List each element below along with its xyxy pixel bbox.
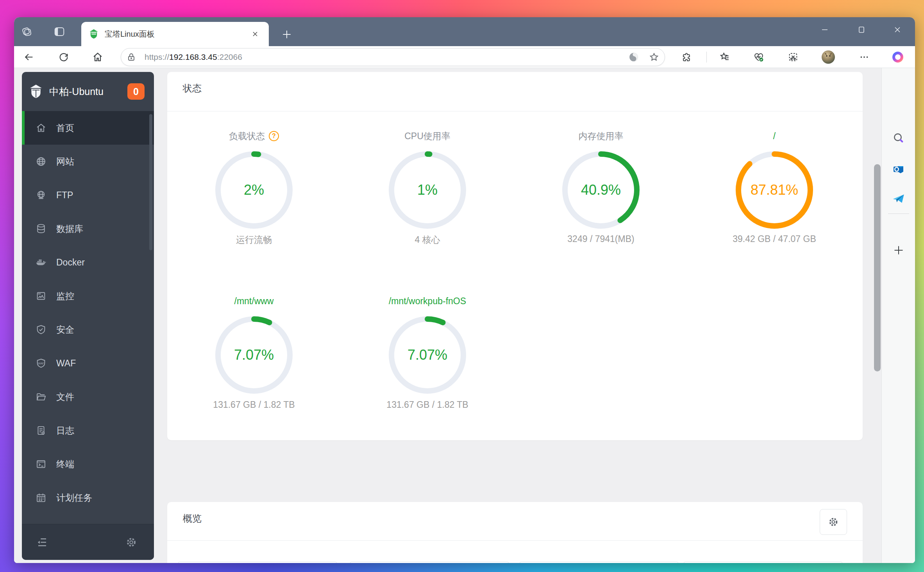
extensions-icon[interactable] xyxy=(678,48,695,66)
gauge-caption-disk-root: 39.42 GB / 47.07 GB xyxy=(716,234,833,244)
gauge-value-load: 2% xyxy=(213,149,295,231)
gauge-value-disk-mnt-www: 7.07% xyxy=(213,314,295,396)
sidebar-item-label: 日志 xyxy=(56,425,74,437)
favorites-bar-icon[interactable] xyxy=(716,48,733,66)
sidebar-item-files[interactable]: 文件 xyxy=(22,380,154,414)
address-bar[interactable]: https://192.168.3.45:22066 xyxy=(121,48,665,66)
sidebar-settings-gear-icon[interactable] xyxy=(123,534,140,551)
home-icon xyxy=(35,122,47,134)
help-icon[interactable]: ? xyxy=(269,131,279,141)
gauge-label-disk-mnt-workpub[interactable]: /mnt/workpub-fnOS xyxy=(369,294,486,308)
gauge-caption-memory: 3249 / 7941(MB) xyxy=(542,234,659,244)
sidebar-item-monitor[interactable]: 监控 xyxy=(22,279,154,313)
gauge-value-disk-root: 87.81% xyxy=(733,149,816,231)
sidebar-item-security[interactable]: 安全 xyxy=(22,313,154,346)
baota-menu: 首页 网站 FTP 数据库 Docker 监控 安全WAF WAF 文件 日志 xyxy=(22,111,154,515)
baota-sidebar: 中柏-Ubuntu 0 首页 网站 FTP 数据库 Docker 监控 安全WA… xyxy=(22,72,154,560)
edge-sidebar xyxy=(881,68,915,563)
sidebar-item-docker[interactable]: Docker xyxy=(22,246,154,279)
browser-tab[interactable]: 宝塔Linux面板 xyxy=(81,22,269,46)
gauge-ring-load: 2% xyxy=(213,149,295,231)
reload-icon[interactable] xyxy=(55,48,72,66)
new-tab-button[interactable] xyxy=(278,26,295,43)
tab-strip: 宝塔Linux面板 xyxy=(14,17,915,46)
log-doc-icon xyxy=(35,425,47,436)
edge-sidebar-divider xyxy=(888,213,909,214)
overview-box-sites[interactable]: 网站 - 全部 xyxy=(178,561,337,563)
sidebar-item-ftp[interactable]: FTP xyxy=(22,178,154,212)
gauge-value-cpu: 1% xyxy=(386,149,469,231)
add-sidebar-item-icon[interactable] xyxy=(889,241,908,260)
shield-check-icon xyxy=(35,324,47,335)
web-capture-icon[interactable] xyxy=(785,48,802,66)
gauge-caption-disk-mnt-workpub: 131.67 GB / 1.82 TB xyxy=(369,400,486,410)
status-card-title: 状态 xyxy=(183,82,202,95)
lock-icon[interactable] xyxy=(127,52,136,62)
sidebar-item-label: 网站 xyxy=(56,156,74,168)
ftp-globe-icon xyxy=(35,189,47,201)
gauge-value-memory: 40.9% xyxy=(559,149,642,231)
toolbar-divider xyxy=(706,52,707,63)
tab-close-icon[interactable] xyxy=(248,27,262,41)
page-scrollbar[interactable] xyxy=(874,164,881,371)
overview-settings-button[interactable] xyxy=(820,509,847,535)
maximize-button[interactable] xyxy=(849,20,874,39)
telegram-icon[interactable] xyxy=(889,189,908,208)
sidebar-item-label: 计划任务 xyxy=(56,492,92,504)
browser-essentials-icon[interactable] xyxy=(750,48,767,66)
sidebar-item-label: 终端 xyxy=(56,458,74,470)
overview-box-database[interactable]: 数据库 - 全部 xyxy=(520,561,678,563)
minimize-button[interactable] xyxy=(812,20,837,39)
sidebar-item-home[interactable]: 首页 xyxy=(22,111,154,145)
page-content: 中柏-Ubuntu 0 首页 网站 FTP 数据库 Docker 监控 安全WA… xyxy=(14,68,915,563)
gauge-label-memory: 内存使用率 xyxy=(542,129,659,143)
sidebar-item-label: 监控 xyxy=(56,290,74,302)
tab-favicon-baota-icon xyxy=(88,29,99,39)
tab-title: 宝塔Linux面板 xyxy=(105,29,248,39)
outlook-icon[interactable] xyxy=(889,160,908,179)
overview-box-ftp[interactable]: FTP xyxy=(350,561,509,563)
more-options-icon[interactable] xyxy=(856,48,873,66)
search-icon[interactable] xyxy=(889,129,908,147)
status-card: 状态 负载状态? 2% 运行流畅 CPU使用率 1% 4 核心 内存使用率 xyxy=(167,72,863,440)
terminal-icon xyxy=(35,458,47,470)
sidebar-item-waf[interactable]: WAF WAF xyxy=(22,346,154,380)
sidebar-item-label: 安全 xyxy=(56,324,74,336)
message-badge[interactable]: 0 xyxy=(127,83,145,100)
url-text: https://192.168.3.45:22066 xyxy=(145,52,629,62)
copilot-icon[interactable] xyxy=(889,48,906,66)
workspaces-icon[interactable] xyxy=(19,24,35,39)
sidebar-item-sites[interactable]: 网站 xyxy=(22,145,154,178)
sidebar-item-logs[interactable]: 日志 xyxy=(22,414,154,447)
sidebar-footer xyxy=(22,524,154,560)
folder-icon xyxy=(35,391,47,403)
sidebar-item-database[interactable]: 数据库 xyxy=(22,212,154,246)
home-icon[interactable] xyxy=(89,48,106,66)
gauge-caption-cpu: 4 核心 xyxy=(369,234,486,246)
sidebar-item-terminal[interactable]: 终端 xyxy=(22,447,154,481)
status-card-divider xyxy=(167,111,863,111)
sidebar-item-label: FTP xyxy=(56,190,73,201)
gauge-caption-disk-mnt-www: 131.67 GB / 1.82 TB xyxy=(195,400,313,410)
collapse-sidebar-icon[interactable] xyxy=(34,534,51,551)
back-icon[interactable] xyxy=(20,48,38,66)
sidebar-item-cron[interactable]: 计划任务 xyxy=(22,481,154,515)
sidebar-item-label: WAF xyxy=(56,358,76,369)
close-window-button[interactable] xyxy=(885,20,910,39)
gauge-ring-memory: 40.9% xyxy=(559,149,642,231)
vertical-tabs-icon[interactable] xyxy=(52,24,67,39)
calendar-icon xyxy=(35,492,47,504)
browser-window: 宝塔Linux面板 xyxy=(14,17,915,563)
sidebar-item-label: 数据库 xyxy=(56,223,83,235)
globe-icon xyxy=(35,156,47,167)
gauge-label-disk-mnt-www[interactable]: /mnt/www xyxy=(195,294,313,308)
edge-orb-icon[interactable] xyxy=(629,52,639,62)
gauge-label-disk-root[interactable]: / xyxy=(716,129,833,143)
gauge-label-cpu: CPU使用率 xyxy=(369,129,486,143)
profile-avatar[interactable] xyxy=(820,48,837,66)
docker-whale-icon xyxy=(35,256,47,268)
overview-box-security-risk[interactable]: 安全风险 xyxy=(684,561,842,563)
sidebar-scrollbar[interactable] xyxy=(149,114,152,250)
gauge-value-disk-mnt-workpub: 7.07% xyxy=(386,314,469,396)
favorite-star-icon[interactable] xyxy=(649,52,659,62)
